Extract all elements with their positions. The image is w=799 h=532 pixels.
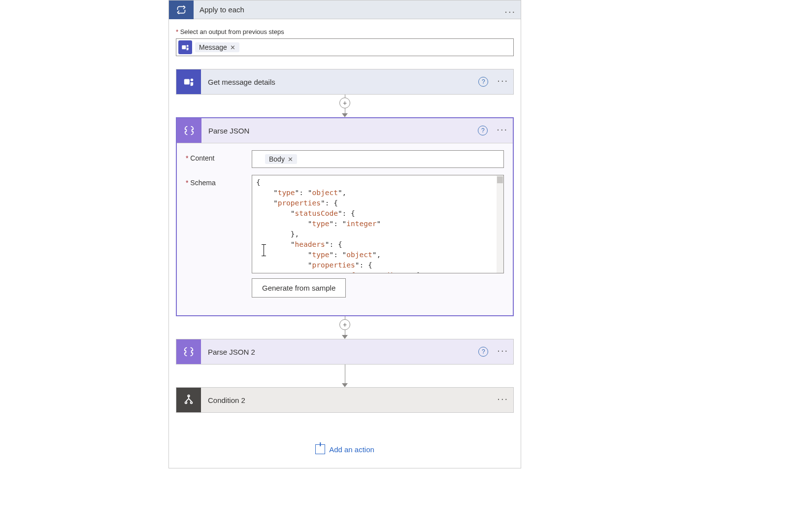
- condition-icon: [176, 388, 201, 412]
- get-message-details-step[interactable]: Get message details ? ···: [176, 69, 514, 95]
- scrollbar[interactable]: [497, 175, 503, 273]
- add-action-link[interactable]: Add an action: [176, 413, 514, 454]
- text-cursor: [264, 244, 264, 256]
- content-input[interactable]: Body ✕: [252, 150, 504, 168]
- teams-icon: [254, 154, 262, 164]
- help-icon[interactable]: ?: [478, 347, 488, 357]
- apply-to-each-title: Apply to each: [200, 5, 244, 14]
- step-title: Condition 2: [208, 396, 245, 404]
- svg-rect-0: [182, 45, 186, 49]
- svg-rect-4: [255, 156, 259, 160]
- svg-rect-2: [184, 79, 190, 85]
- more-icon[interactable]: ···: [504, 6, 516, 19]
- connector: +: [176, 316, 514, 339]
- parse-json-step: Parse JSON ? ··· Content: [176, 117, 514, 316]
- more-icon[interactable]: ···: [497, 394, 508, 406]
- content-label: Content: [186, 150, 245, 168]
- apply-to-each-card: Apply to each ··· Select an output from …: [168, 0, 521, 468]
- more-icon[interactable]: ···: [497, 75, 508, 88]
- parse-json-header[interactable]: Parse JSON ? ···: [177, 118, 513, 143]
- teams-icon: [178, 40, 192, 54]
- step-title: Parse JSON 2: [208, 348, 255, 356]
- teams-icon: [176, 69, 201, 94]
- json-icon: [176, 339, 201, 364]
- add-step-icon[interactable]: +: [339, 319, 350, 330]
- connector: [176, 365, 514, 387]
- message-token: Message ✕: [195, 42, 239, 52]
- scrollbar-thumb[interactable]: [497, 176, 503, 183]
- token-label: Body: [269, 155, 285, 163]
- condition-2-step[interactable]: Condition 2 ···: [176, 387, 514, 413]
- svg-point-7: [191, 402, 193, 404]
- svg-point-1: [187, 45, 189, 47]
- help-icon[interactable]: ?: [478, 126, 488, 135]
- svg-point-5: [260, 156, 262, 158]
- remove-token-icon[interactable]: ✕: [230, 44, 235, 51]
- help-icon[interactable]: ?: [478, 77, 488, 87]
- schema-textarea[interactable]: { "type": "object", "properties": { "sta…: [252, 175, 504, 273]
- json-icon: [177, 118, 201, 143]
- step-title: Get message details: [208, 78, 275, 86]
- add-step-icon[interactable]: +: [339, 98, 350, 108]
- add-action-label: Add an action: [329, 445, 374, 454]
- more-icon[interactable]: ···: [497, 124, 508, 137]
- select-output-input[interactable]: Message ✕: [176, 38, 514, 56]
- add-action-icon: [315, 444, 325, 454]
- generate-from-sample-button[interactable]: Generate from sample: [252, 278, 346, 298]
- token-label: Message: [199, 43, 227, 51]
- loop-icon: [169, 0, 194, 19]
- svg-point-3: [191, 79, 194, 82]
- remove-token-icon[interactable]: ✕: [288, 156, 293, 163]
- schema-label: Schema: [186, 175, 245, 298]
- select-output-label: Select an output from previous steps: [176, 28, 514, 35]
- body-token: Body ✕: [265, 154, 297, 164]
- svg-point-6: [185, 402, 187, 404]
- parse-json-2-step[interactable]: Parse JSON 2 ? ···: [176, 339, 514, 365]
- apply-to-each-header[interactable]: Apply to each ···: [169, 0, 521, 19]
- more-icon[interactable]: ···: [497, 345, 508, 358]
- connector: +: [176, 95, 514, 117]
- step-title: Parse JSON: [208, 127, 249, 135]
